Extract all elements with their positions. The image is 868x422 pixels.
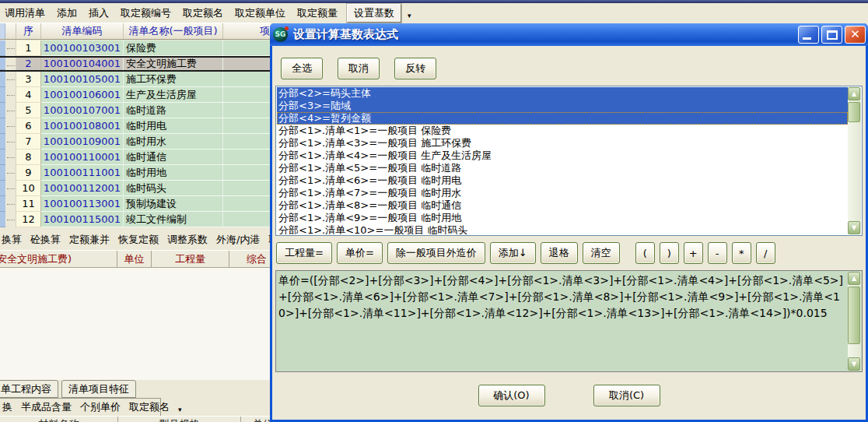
row-expander-icon[interactable] [5, 181, 16, 196]
row-name[interactable]: 生产及生活房屋 [124, 87, 223, 103]
menubar-item[interactable]: 取定额编号 [121, 6, 171, 20]
confirm-button[interactable]: 确认(O) [478, 385, 545, 406]
operator-button[interactable]: - [708, 242, 727, 264]
material-toolbar-item[interactable]: 个别单价 [80, 400, 121, 414]
row-name[interactable]: 安全文明施工费 [124, 58, 223, 70]
partial-column-header[interactable]: 项 [223, 23, 271, 39]
table-row[interactable]: 3 100100105001 施工环保费 [0, 72, 271, 87]
table-row[interactable]: 7 100100109001 临时用水 [0, 134, 271, 149]
base-list-item[interactable]: 分部<1>.清单<4>=一般项目 生产及生活房屋 [277, 149, 848, 162]
row-expander-icon[interactable] [5, 72, 16, 87]
base-list-item[interactable]: 分部<1>.清单<10>=一般项目 临时码头 [277, 224, 848, 234]
detail-unit-header[interactable]: 单位 [117, 251, 152, 267]
base-list-item[interactable]: 分部<4>=暂列金额 [277, 112, 848, 125]
row-expander-icon[interactable] [5, 212, 16, 227]
base-list-item[interactable]: 分部<1>.清单<7>=一般项目 临时用水 [277, 187, 848, 199]
row-code[interactable]: 100100108001 [41, 118, 124, 134]
row-name[interactable]: 竣工文件编制 [124, 212, 223, 227]
base-list-item[interactable]: 分部<1>.清单<5>=一般项目 临时道路 [277, 162, 848, 174]
row-name[interactable]: 临时用地 [124, 165, 223, 181]
operator-button[interactable]: 除一般项目外造价 [387, 242, 485, 264]
row-name[interactable]: 预制场建设 [124, 196, 223, 212]
detail-comp-header[interactable]: 综合 [229, 251, 271, 267]
cancel-button[interactable]: 取消(C) [593, 385, 660, 406]
material-toolbar-item[interactable]: 半成品含量 [21, 400, 72, 414]
operator-button[interactable]: 单价= [337, 242, 383, 264]
row-code[interactable]: 100100105001 [41, 72, 124, 87]
base-list-item[interactable]: 分部<1>.清单<1>=一般项目 保险费 [277, 125, 848, 137]
row-name[interactable]: 临时道路 [124, 103, 223, 118]
selection-button[interactable]: 全选 [281, 58, 323, 79]
operator-button[interactable]: ) [660, 242, 679, 264]
scroll-up-icon[interactable]: ▲ [848, 272, 860, 285]
base-list-item[interactable]: 分部<3>=陆域 [277, 100, 848, 112]
quota-toolbar-item[interactable]: 外海/内港 [216, 233, 260, 247]
row-name[interactable]: 临时通信 [124, 149, 223, 165]
detail-qty-header[interactable]: 工程量 [152, 251, 229, 267]
material-column-header[interactable]: 型号规格 [118, 417, 241, 422]
table-row[interactable]: 1 100100103001 保险费 [0, 40, 271, 56]
name-column-header[interactable]: 清单名称(一般项目) [124, 23, 223, 39]
operator-button[interactable]: / [756, 242, 775, 264]
expression-area[interactable]: 单价=([分部<2>]+[分部<3>]+[分部<4>]+[分部<1>.清单<3>… [275, 270, 863, 372]
code-column-header[interactable]: 清单编码 [41, 23, 124, 39]
row-expander-icon[interactable] [5, 118, 16, 134]
row-code[interactable]: 100100106001 [41, 87, 124, 103]
quota-toolbar-item[interactable]: 定额兼并 [69, 233, 110, 247]
row-code[interactable]: 100100115001 [41, 212, 124, 227]
list-scrollbar[interactable]: ▲ ▼ [848, 87, 861, 234]
row-expander-icon[interactable] [5, 165, 16, 181]
operator-button[interactable]: ( [635, 242, 655, 264]
row-name[interactable]: 保险费 [124, 40, 223, 56]
row-code[interactable]: 100100107001 [41, 103, 124, 118]
table-row[interactable]: 2 100100104001 安全文明施工费 [0, 56, 271, 72]
maximize-button[interactable] [821, 26, 842, 44]
quota-toolbar-item[interactable]: 调整系数 [167, 233, 208, 247]
base-list-item[interactable]: 分部<1>.清单<8>=一般项目 临时通信 [277, 199, 848, 212]
row-code[interactable]: 100100111001 [41, 165, 124, 181]
table-row[interactable]: 8 100100110001 临时通信 [0, 149, 271, 165]
seq-column-header[interactable]: 序 [16, 23, 41, 39]
table-row[interactable]: 9 100100111001 临时用地 [0, 165, 271, 181]
scroll-up-icon[interactable]: ▲ [848, 87, 860, 100]
row-expander-icon[interactable] [5, 40, 16, 56]
scroll-down-icon[interactable]: ▼ [848, 221, 860, 234]
row-expander-icon[interactable] [5, 103, 16, 118]
bottom-tab[interactable]: 清单项目特征 [61, 380, 136, 398]
row-name[interactable]: 临时用电 [124, 118, 223, 134]
selection-button[interactable]: 反转 [394, 58, 436, 79]
row-expander-icon[interactable] [5, 149, 16, 165]
row-name[interactable]: 施工环保费 [124, 72, 223, 87]
row-expander-icon[interactable] [5, 87, 16, 103]
base-expression-list[interactable]: 分部<2>=码头主体分部<3>=陆域分部<4>=暂列金额分部<1>.清单<1>=… [275, 86, 863, 236]
table-row[interactable]: 5 100100107001 临时道路 [0, 103, 271, 118]
material-column-header[interactable]: 单位 [241, 417, 271, 422]
menubar-item-set-base[interactable]: 设置基数 [347, 4, 401, 23]
quota-toolbar-item[interactable]: 恢复定额 [118, 233, 159, 247]
row-expander-icon[interactable] [5, 196, 16, 212]
base-list-item[interactable]: 分部<1>.清单<3>=一般项目 施工环保费 [277, 137, 848, 149]
row-expander-icon[interactable] [5, 134, 16, 149]
menubar-item[interactable]: 取定额名 [183, 6, 223, 20]
row-code[interactable]: 100100110001 [41, 149, 124, 165]
quota-toolbar-item[interactable]: 换算 [2, 233, 22, 247]
operator-button[interactable]: 添加↓ [490, 242, 536, 264]
operator-button[interactable]: + [684, 242, 703, 264]
minimize-button[interactable] [798, 26, 819, 44]
material-toolbar-item[interactable]: 取定额名 [129, 400, 170, 414]
menubar-item[interactable]: 添加 [57, 6, 77, 20]
row-code[interactable]: 100100112001 [41, 181, 124, 196]
operator-button[interactable]: 工程量= [276, 242, 332, 264]
row-name[interactable]: 临时码头 [124, 181, 223, 196]
row-name[interactable]: 临时用水 [124, 134, 223, 149]
operator-button[interactable]: 清空 [583, 242, 620, 264]
material-column-header[interactable]: 材料名称 [0, 417, 118, 422]
table-row[interactable]: 4 100100106001 生产及生活房屋 [0, 87, 271, 103]
base-list-item[interactable]: 分部<1>.清单<9>=一般项目 临时用地 [277, 212, 848, 224]
list-scroll-thumb[interactable] [848, 102, 860, 122]
operator-button[interactable]: * [732, 242, 751, 264]
close-button[interactable]: ✕ [845, 26, 866, 44]
base-list-item[interactable]: 分部<2>=码头主体 [277, 87, 848, 100]
menubar-item[interactable]: 调用清单 [5, 6, 45, 20]
operator-button[interactable]: 退格 [541, 242, 578, 264]
